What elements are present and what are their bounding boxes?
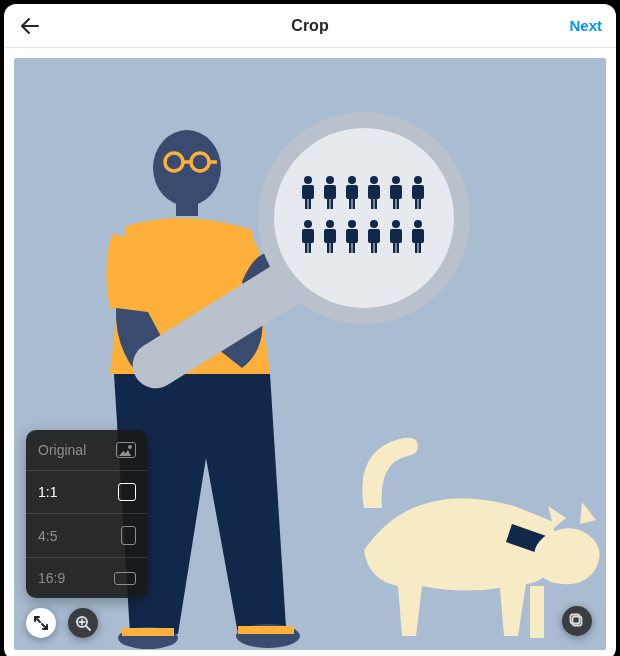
svg-rect-42 (331, 243, 334, 253)
svg-rect-49 (371, 243, 374, 253)
expand-icon (33, 615, 49, 631)
svg-rect-20 (346, 185, 358, 199)
expand-crop-button[interactable] (26, 608, 56, 638)
svg-rect-13 (305, 199, 308, 209)
svg-rect-14 (309, 199, 312, 209)
ratio-option-1-1[interactable]: 1:1 (26, 471, 148, 514)
svg-point-11 (304, 176, 312, 184)
svg-rect-32 (412, 185, 424, 199)
multi-select-circle (562, 606, 592, 636)
svg-point-10 (274, 128, 454, 308)
ratio-label: 4:5 (38, 528, 57, 544)
svg-rect-34 (419, 199, 422, 209)
svg-rect-50 (375, 243, 378, 253)
ratio-label: 16:9 (38, 570, 65, 586)
zoom-icon (75, 615, 91, 631)
page-title: Crop (291, 17, 328, 35)
ratio-option-4-5[interactable]: 4:5 (26, 514, 148, 558)
multi-select-button[interactable] (562, 606, 592, 636)
svg-point-23 (370, 176, 378, 184)
svg-rect-17 (327, 199, 330, 209)
svg-rect-59 (530, 586, 544, 638)
svg-point-15 (326, 176, 334, 184)
svg-point-19 (348, 176, 356, 184)
next-button[interactable]: Next (569, 17, 602, 34)
bottom-left-controls (26, 608, 98, 638)
svg-rect-46 (353, 243, 356, 253)
svg-rect-7 (122, 628, 174, 636)
svg-point-27 (392, 176, 400, 184)
ratio-label: Original (38, 442, 86, 458)
aspect-ratio-panel: Original 1:1 4:5 16:9 (26, 430, 148, 598)
svg-rect-40 (324, 229, 336, 243)
svg-rect-30 (397, 199, 400, 209)
crop-screen: Crop Next (4, 4, 616, 656)
svg-rect-44 (346, 229, 358, 243)
svg-point-47 (370, 220, 378, 228)
crop-canvas[interactable]: Original 1:1 4:5 16:9 (14, 58, 606, 650)
svg-rect-56 (412, 229, 424, 243)
header: Crop Next (4, 4, 616, 48)
svg-rect-18 (331, 199, 334, 209)
ratio-option-original[interactable]: Original (26, 430, 148, 471)
svg-rect-5 (238, 626, 294, 634)
svg-rect-36 (302, 229, 314, 243)
svg-rect-52 (390, 229, 402, 243)
svg-rect-58 (419, 243, 422, 253)
svg-rect-33 (415, 199, 418, 209)
image-outline-icon (116, 442, 136, 458)
square-icon (118, 483, 136, 501)
svg-rect-16 (324, 185, 336, 199)
svg-rect-12 (302, 185, 314, 199)
svg-rect-26 (375, 199, 378, 209)
back-arrow-icon (18, 14, 42, 38)
svg-point-31 (414, 176, 422, 184)
ratio-option-16-9[interactable]: 16:9 (26, 558, 148, 598)
svg-rect-37 (305, 243, 308, 253)
svg-rect-45 (349, 243, 352, 253)
ratio-label: 1:1 (38, 484, 57, 500)
svg-rect-24 (368, 185, 380, 199)
svg-rect-48 (368, 229, 380, 243)
svg-rect-41 (327, 243, 330, 253)
svg-rect-21 (349, 199, 352, 209)
svg-rect-25 (371, 199, 374, 209)
svg-point-51 (392, 220, 400, 228)
svg-point-0 (153, 130, 221, 206)
svg-rect-38 (309, 243, 312, 253)
back-button[interactable] (18, 14, 42, 38)
svg-rect-28 (390, 185, 402, 199)
svg-point-35 (304, 220, 312, 228)
svg-point-55 (414, 220, 422, 228)
svg-rect-54 (397, 243, 400, 253)
canvas-wrap: Original 1:1 4:5 16:9 (4, 48, 616, 656)
svg-rect-22 (353, 199, 356, 209)
svg-rect-29 (393, 199, 396, 209)
portrait-rect-icon (121, 526, 136, 545)
svg-rect-3 (176, 198, 198, 216)
svg-point-43 (348, 220, 356, 228)
svg-rect-57 (415, 243, 418, 253)
svg-rect-53 (393, 243, 396, 253)
svg-point-39 (326, 220, 334, 228)
multi-select-icon (569, 613, 585, 629)
wide-rect-icon (114, 572, 136, 585)
zoom-button[interactable] (68, 608, 98, 638)
